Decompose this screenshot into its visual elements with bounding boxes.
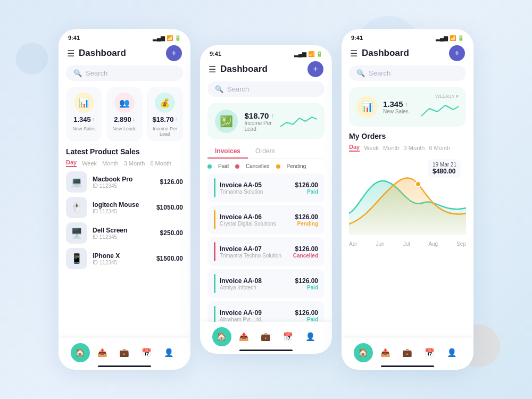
nav-portfolio-right[interactable]: 💼 (398, 343, 417, 362)
chart-tab-6month[interactable]: 6 Month (429, 145, 450, 151)
nav-profile-right[interactable]: 👤 (442, 343, 461, 362)
stat-arrow-income: ↑ (174, 117, 177, 122)
nav-upload-center[interactable]: 📤 (234, 327, 253, 346)
weekly-label: WEEKLY (435, 94, 455, 99)
product-item-iphone[interactable]: 📱 iPhone X ID 112345 $1500.00 (66, 248, 183, 269)
wifi-icon-center: 📶 (308, 51, 314, 57)
x-label-aug: Aug (428, 241, 438, 247)
nav-portfolio-icon-right[interactable]: 💼 (398, 343, 417, 362)
product-name-mouse: logitech Mouse (93, 201, 151, 209)
right-stat-arrow: ↑ (405, 101, 409, 107)
tab-row-left: Day Week Month 3 Month 6 Month (59, 159, 190, 171)
nav-profile-left[interactable]: 👤 (159, 343, 178, 362)
invoice-sub-aa06: Crystal Digital Solutions (220, 221, 291, 227)
nav-home-center[interactable]: 🏠 (212, 327, 231, 346)
battery-icon-center: 🔋 (316, 51, 322, 57)
invoice-item-aa08[interactable]: Invoice AA-08 Atmiya Infotech $126.00 Pa… (207, 269, 325, 298)
nav-portfolio-icon-left[interactable]: 💼 (115, 343, 134, 362)
stat-card-leads: 👥 2.890 ↓ New Leads (106, 87, 143, 141)
search-text-center: Search (227, 85, 249, 93)
tab-3month-left[interactable]: 3 Month (124, 160, 145, 167)
nav-portfolio-left[interactable]: 💼 (115, 343, 134, 362)
invoice-info-aa05: Invoice AA-05 Trimantra Solution (220, 181, 291, 195)
nav-calendar-icon-center[interactable]: 📅 (279, 327, 298, 346)
chart-tab-3month[interactable]: 3 Month (404, 145, 425, 151)
product-item-screen[interactable]: 🖥️ Dell Screen ID 112345 $250.00 (66, 222, 183, 244)
stat-card-sales: 📊 1.345 ↑ New Sales (66, 87, 102, 141)
nav-portfolio-center[interactable]: 💼 (256, 327, 276, 346)
invoice-item-aa07[interactable]: Invoice AA-07 Trimantra Techno Solution … (207, 237, 325, 266)
menu-icon[interactable]: ☰ (67, 48, 74, 59)
search-bar-right[interactable]: 🔍 Search (349, 65, 466, 81)
product-price-mouse: $1050.00 (156, 204, 183, 211)
nav-profile-icon-right[interactable]: 👤 (442, 343, 461, 362)
nav-profile-center[interactable]: 👤 (301, 327, 320, 346)
tooltip-value: $480.00 (433, 168, 456, 175)
search-icon-right: 🔍 (356, 69, 365, 77)
chart-tab-day[interactable]: Day (349, 144, 360, 152)
tab-day-left[interactable]: Day (66, 159, 77, 167)
tab-orders[interactable]: Orders (248, 145, 282, 159)
nav-calendar-center[interactable]: 📅 (279, 327, 298, 346)
nav-upload-left[interactable]: 📤 (93, 343, 112, 362)
product-id-mouse: ID 112345 (93, 209, 151, 214)
nav-profile-icon-center[interactable]: 👤 (301, 327, 320, 346)
invoice-item-aa06[interactable]: Invoice AA-06 Crystal Digital Solutions … (207, 205, 325, 234)
plus-button-right[interactable]: + (449, 45, 465, 61)
menu-icon-right[interactable]: ☰ (350, 48, 358, 59)
legend-label-pending: Pending (287, 163, 306, 169)
header-center: ☰ Dashboard + (200, 59, 332, 81)
plus-button-left[interactable]: + (166, 45, 182, 61)
product-item-mouse[interactable]: 🖱️ logitech Mouse ID 112345 $1050.00 (66, 197, 183, 218)
nav-calendar-icon-right[interactable]: 📅 (420, 343, 439, 362)
nav-home-left[interactable]: 🏠 (71, 343, 90, 362)
center-stat-label: Income Per Lead (244, 120, 273, 132)
product-thumb-iphone: 📱 (66, 248, 87, 269)
stat-label-sales: New Sales (72, 126, 95, 131)
nav-profile-icon-left[interactable]: 👤 (159, 343, 178, 362)
nav-home-icon-left[interactable]: 🏠 (71, 343, 90, 362)
x-axis: Apr Jun Jul Aug Sep (342, 239, 473, 247)
invoice-sub-aa08: Atmiya Infotech (220, 285, 291, 290)
nav-portfolio-icon-center[interactable]: 💼 (256, 327, 276, 346)
tooltip-date: 19 Mar 21 (433, 162, 456, 168)
nav-upload-icon-right[interactable]: 📤 (376, 343, 395, 362)
nav-upload-right[interactable]: 📤 (376, 343, 395, 362)
header-title-right: Dashboard (362, 48, 409, 59)
chart-tab-month[interactable]: Month (383, 145, 400, 151)
nav-upload-icon-left[interactable]: 📤 (93, 343, 112, 362)
plus-button-center[interactable]: + (307, 61, 323, 77)
nav-home-right[interactable]: 🏠 (354, 343, 373, 362)
invoice-tabs: Invoices Orders (207, 145, 325, 159)
tab-6month-left[interactable]: 6 Month (150, 160, 171, 167)
header-left: ☰ Dashboard + (59, 43, 190, 65)
search-bar-left[interactable]: 🔍 Search (66, 65, 183, 81)
tab-invoices[interactable]: Invoices (207, 145, 248, 159)
decorative-blob-3 (16, 43, 48, 74)
invoice-name-aa08: Invoice AA-08 (220, 277, 291, 285)
stat-value-sales: 1.345 (73, 115, 91, 123)
menu-icon-center[interactable]: ☰ (209, 64, 216, 74)
stat-value-leads: 2.890 (114, 115, 131, 123)
invoice-item-aa05[interactable]: Invoice AA-05 Trimantra Solution $126.00… (207, 173, 325, 202)
search-bar-center[interactable]: 🔍 Search (207, 81, 325, 97)
chart-tab-week[interactable]: Week (364, 145, 379, 151)
tab-week-left[interactable]: Week (82, 160, 97, 167)
nav-upload-icon-center[interactable]: 📤 (234, 327, 253, 346)
right-stat-label: New Sales (383, 109, 416, 114)
legend-label-cancelled: Cancelled (246, 163, 269, 169)
tab-month-left[interactable]: Month (102, 160, 119, 167)
stat-arrow-leads: ↓ (132, 117, 135, 122)
x-label-apr: Apr (349, 241, 358, 247)
nav-calendar-left[interactable]: 📅 (137, 343, 156, 362)
product-name-screen: Dell Screen (93, 227, 155, 234)
nav-home-icon-center[interactable]: 🏠 (212, 327, 231, 346)
weekly-badge[interactable]: WEEKLY ▾ (435, 94, 459, 99)
product-item-macbook[interactable]: 💻 Macbook Pro ID 112345 $126.00 (66, 171, 183, 193)
nav-calendar-icon-left[interactable]: 📅 (137, 343, 156, 362)
header-right: ☰ Dashboard + (342, 43, 473, 65)
stat-icon-leads: 👥 (114, 93, 135, 113)
search-icon-left: 🔍 (73, 69, 82, 77)
nav-calendar-right[interactable]: 📅 (420, 343, 439, 362)
nav-home-icon-right[interactable]: 🏠 (354, 343, 373, 362)
